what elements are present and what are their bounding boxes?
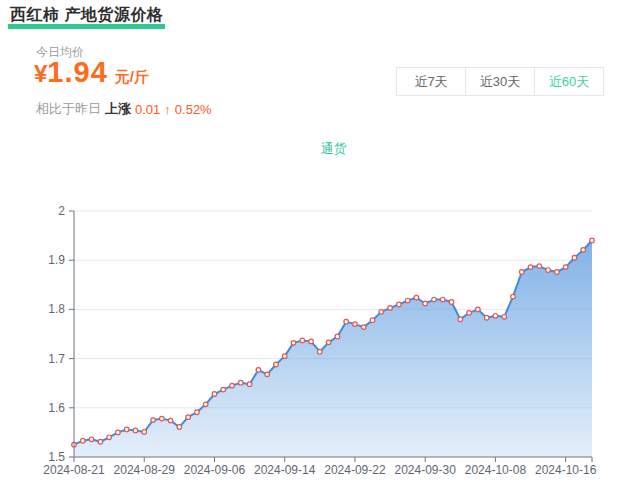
data-point[interactable] [572, 255, 577, 260]
data-point[interactable] [590, 238, 595, 243]
data-point[interactable] [274, 362, 279, 367]
data-point[interactable] [89, 437, 94, 442]
data-point[interactable] [335, 334, 340, 339]
data-point[interactable] [440, 297, 445, 302]
data-point[interactable] [326, 340, 331, 345]
data-point[interactable] [291, 341, 296, 346]
data-point[interactable] [133, 428, 138, 433]
data-point[interactable] [458, 317, 463, 322]
data-point[interactable] [449, 300, 454, 305]
data-point[interactable] [212, 392, 217, 397]
data-point[interactable] [309, 339, 314, 344]
y-axis-label: 1.6 [48, 401, 65, 415]
x-axis-label: 2024-10-08 [465, 463, 527, 477]
data-point[interactable] [221, 387, 226, 392]
y-axis-label: 1.5 [48, 450, 65, 464]
x-axis-label: 2024-09-06 [184, 463, 246, 477]
data-point[interactable] [353, 322, 358, 327]
data-point[interactable] [230, 383, 235, 388]
data-point[interactable] [537, 264, 542, 269]
area-fill [74, 241, 592, 457]
data-point[interactable] [247, 382, 252, 387]
y-axis-label: 1.7 [48, 352, 65, 366]
currency-symbol: ¥ [34, 60, 47, 88]
x-axis-label: 2024-09-14 [254, 463, 316, 477]
data-point[interactable] [379, 310, 384, 315]
data-point[interactable] [405, 298, 410, 303]
price-unit: 元/斤 [115, 68, 149, 87]
data-point[interactable] [124, 427, 129, 432]
data-point[interactable] [177, 425, 182, 430]
page-title: 西红柿 产地货源价格 [8, 5, 165, 29]
data-point[interactable] [300, 338, 305, 343]
data-point[interactable] [195, 410, 200, 415]
data-point[interactable] [432, 297, 437, 302]
data-point[interactable] [467, 311, 472, 316]
range-tab-30d[interactable]: 近30天 [465, 67, 535, 96]
x-axis-label: 2024-08-21 [43, 463, 105, 477]
data-point[interactable] [282, 354, 287, 359]
x-axis-label: 2024-08-29 [114, 463, 176, 477]
data-point[interactable] [423, 301, 428, 306]
data-point[interactable] [476, 307, 481, 312]
up-arrow-icon: ↑ [164, 102, 171, 117]
data-point[interactable] [151, 418, 156, 423]
time-range-tabs: 近7天 近30天 近60天 [396, 67, 604, 96]
data-point[interactable] [511, 294, 516, 299]
data-point[interactable] [265, 372, 270, 377]
data-point[interactable] [414, 295, 419, 300]
data-point[interactable] [546, 268, 551, 273]
data-point[interactable] [555, 270, 560, 275]
data-point[interactable] [256, 368, 261, 373]
x-axis-label: 2024-09-30 [394, 463, 456, 477]
data-point[interactable] [484, 315, 489, 320]
change-percent: 0.52% [175, 102, 212, 117]
data-point[interactable] [160, 416, 165, 421]
compare-yesterday-label: 相比于昨日 [36, 100, 101, 118]
data-point[interactable] [397, 302, 402, 307]
data-point[interactable] [116, 430, 121, 435]
range-tab-7d[interactable]: 近7天 [396, 67, 466, 96]
data-point[interactable] [186, 415, 191, 420]
data-point[interactable] [318, 349, 323, 354]
x-axis-label: 2024-09-22 [324, 463, 386, 477]
data-point[interactable] [168, 418, 173, 423]
range-tab-60d[interactable]: 近60天 [534, 67, 604, 96]
y-axis-label: 1.8 [48, 302, 65, 316]
y-axis-label: 2 [58, 204, 65, 218]
chart-legend: 通货 [0, 139, 640, 158]
data-point[interactable] [98, 439, 103, 444]
x-axis-label: 2024-10-16 [535, 463, 597, 477]
data-point[interactable] [493, 314, 498, 319]
data-point[interactable] [107, 435, 112, 440]
data-point[interactable] [239, 380, 244, 385]
data-point[interactable] [388, 306, 393, 311]
data-point[interactable] [519, 270, 524, 275]
y-axis-label: 1.9 [48, 253, 65, 267]
today-price-row: ¥ 1.94 元/斤 [34, 56, 149, 89]
legend-item-tonghuo[interactable]: 通货 [294, 141, 347, 156]
data-point[interactable] [344, 319, 349, 324]
today-price-value: 1.94 [47, 56, 107, 89]
data-point[interactable] [528, 265, 533, 270]
data-point[interactable] [502, 314, 507, 319]
data-point[interactable] [361, 325, 366, 330]
data-point[interactable] [80, 438, 85, 443]
data-point[interactable] [203, 402, 208, 407]
data-point[interactable] [370, 318, 375, 323]
data-point[interactable] [563, 265, 568, 270]
trend-direction-label: 上涨 [105, 100, 131, 118]
compare-row: 相比于昨日 上涨 0.01 ↑ 0.52% [36, 100, 212, 118]
data-point[interactable] [142, 430, 147, 435]
change-amount: 0.01 [135, 102, 160, 117]
data-point[interactable] [581, 248, 586, 253]
